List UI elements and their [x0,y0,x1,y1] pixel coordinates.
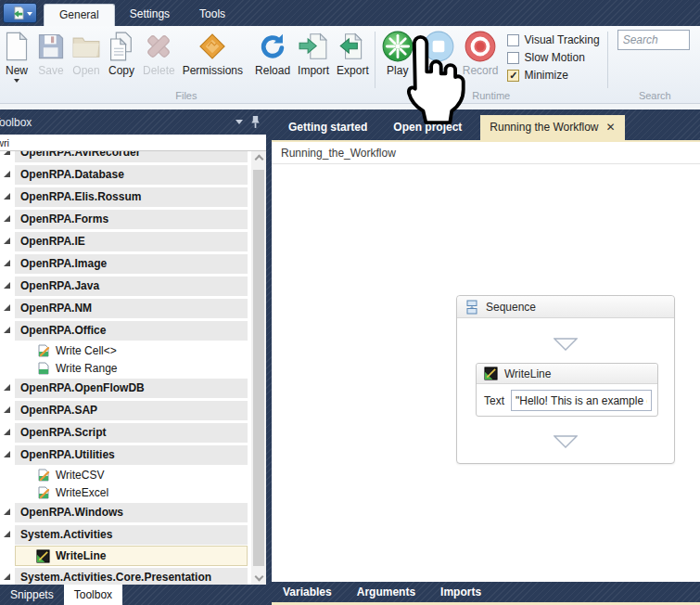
flow-arrow-icon [554,338,578,351]
tab-tools[interactable]: Tools [185,4,240,26]
toolbox-activity-selected[interactable]: WriteLine [15,546,248,566]
save-floppy-icon [37,29,65,64]
toolbox-filter-input[interactable]: wri [0,135,266,151]
expander-icon[interactable] [4,171,10,177]
app-document-icon [8,6,24,20]
toolbox-item[interactable]: OpenRPA.Utilities [0,444,251,466]
visual-tracking-checkbox[interactable]: Visual Tracking [507,33,599,46]
expander-icon[interactable] [4,327,10,333]
variables-button[interactable]: Variables [283,586,332,599]
toolbox-item[interactable]: System.Activities.Core.Presentation [0,566,251,585]
expander-icon[interactable] [4,260,10,266]
copy-label: Copy [108,64,134,77]
tab-getting-started[interactable]: Getting started [279,115,376,140]
toolbox-item[interactable]: OpenRPA.IE [0,230,251,252]
checkbox-icon[interactable] [507,34,519,46]
expander-icon[interactable] [4,384,10,391]
toolbox-item[interactable]: OpenRPA.SAP [0,399,251,421]
expander-icon[interactable] [4,304,10,311]
excel-pencil-icon [37,486,50,499]
permissions-button[interactable]: Permissions [179,28,247,77]
toolbox-activity-label: Write Range [56,362,117,375]
writeline-header[interactable]: WriteLine [477,364,657,384]
ribbon-group-files: New Save Open [0,26,373,103]
import-button[interactable]: Import [294,28,333,77]
scroll-up-icon[interactable] [254,155,263,164]
toolbox-item-label: OpenRPA.Image [20,257,107,270]
expander-icon[interactable] [4,451,10,457]
expander-icon[interactable] [4,282,10,289]
sequence-header[interactable]: Sequence [457,296,674,318]
toolbox-activity[interactable]: Write Cell<> [0,341,251,359]
toolbox-item[interactable]: OpenRPA.Database [0,163,251,186]
toolbox-activity[interactable]: WriteExcel [0,483,251,501]
toolbox-item-label: OpenRPA.AviRecorder [20,151,140,159]
export-label: Export [337,64,369,77]
delete-button[interactable]: Delete [139,28,179,77]
search-input[interactable] [617,30,690,50]
close-icon[interactable]: ✕ [606,121,616,134]
expander-icon[interactable] [4,193,10,200]
tab-running-the-workflow[interactable]: Running the Workflow ✕ [480,115,624,140]
scrollbar-thumb[interactable] [253,170,264,566]
tab-general[interactable]: General [44,4,115,26]
expander-icon[interactable] [4,531,10,537]
copy-button[interactable]: Copy [104,28,139,77]
toolbox-activity[interactable]: WriteCSV [0,466,251,483]
group-label-files: Files [0,90,373,101]
import-icon [299,29,328,64]
toolbox-item[interactable]: OpenRPA.Image [0,252,251,275]
tab-toolbox[interactable]: Toolbox [64,585,122,605]
toolbox-item[interactable]: OpenRPA.NM [0,297,251,319]
toolbox-item[interactable]: OpenRPA.OpenFlowDB [0,377,251,399]
reload-button[interactable]: Reload [251,28,294,77]
export-button[interactable]: Export [333,28,373,77]
save-button[interactable]: Save [33,28,69,77]
toolbox-item[interactable]: OpenRPA.Forms [0,208,251,230]
open-button[interactable]: Open [69,28,104,77]
text-value-input[interactable] [511,390,652,411]
expander-icon[interactable] [4,406,10,413]
ribbon-separator [375,32,375,88]
checkbox-checked-icon[interactable]: ✓ [507,70,519,82]
toolbox-activity[interactable]: Write Range [0,359,251,377]
toolbox-item[interactable]: OpenRPA.Elis.Rossum [0,186,251,208]
toolbox-item[interactable]: OpenRPA.Windows [0,501,251,523]
app-menu-button[interactable] [3,3,37,23]
toolbox-item[interactable]: OpenRPA.Office [0,319,251,341]
toolbox-item-label: OpenRPA.Script [20,426,106,439]
toolbox-item[interactable]: OpenRPA.AviRecorder [0,151,251,163]
expander-icon[interactable] [4,215,10,222]
tab-snippets[interactable]: Snippets [0,585,64,605]
breadcrumb[interactable]: Running_the_Workflow [272,142,700,164]
toolbox-scrollbar[interactable] [251,151,266,585]
expander-icon[interactable] [4,151,10,155]
tab-settings[interactable]: Settings [115,4,185,26]
imports-button[interactable]: Imports [440,586,481,599]
pin-icon[interactable] [250,115,261,129]
toolbox-item[interactable]: System.Activities [0,523,251,546]
expander-icon[interactable] [4,238,10,244]
expander-icon[interactable] [4,573,10,580]
toolbox-item-label: OpenRPA.Office [20,324,106,337]
arguments-button[interactable]: Arguments [357,586,415,599]
toolbox-item[interactable]: OpenRPA.Script [0,421,251,444]
panel-menu-chevron-icon[interactable] [235,120,243,128]
toolbox-item-label: System.Activities.Core.Presentation [20,571,211,584]
new-button[interactable]: New [0,28,33,85]
checkbox-icon[interactable] [507,52,519,64]
scroll-down-icon[interactable] [254,573,263,582]
writeline-activity[interactable]: WriteLine Text [476,363,658,417]
content: Toolbox wri OpenRPA.AviRecorder OpenRPA.… [0,109,700,605]
toolbox-item[interactable]: OpenRPA.Java [0,275,251,297]
ribbon: New Save Open [0,26,700,104]
permissions-label: Permissions [183,64,243,77]
expander-icon[interactable] [4,508,10,515]
minimize-checkbox[interactable]: ✓ Minimize [507,69,599,82]
slow-motion-checkbox[interactable]: Slow Motion [507,51,599,64]
workflow-canvas[interactable]: Sequence WriteLine Text [272,164,700,582]
expander-icon[interactable] [4,429,10,435]
minimize-label: Minimize [524,69,567,82]
toolbox-item-label: OpenRPA.Utilities [20,448,115,461]
sequence-activity[interactable]: Sequence WriteLine Text [456,295,675,464]
